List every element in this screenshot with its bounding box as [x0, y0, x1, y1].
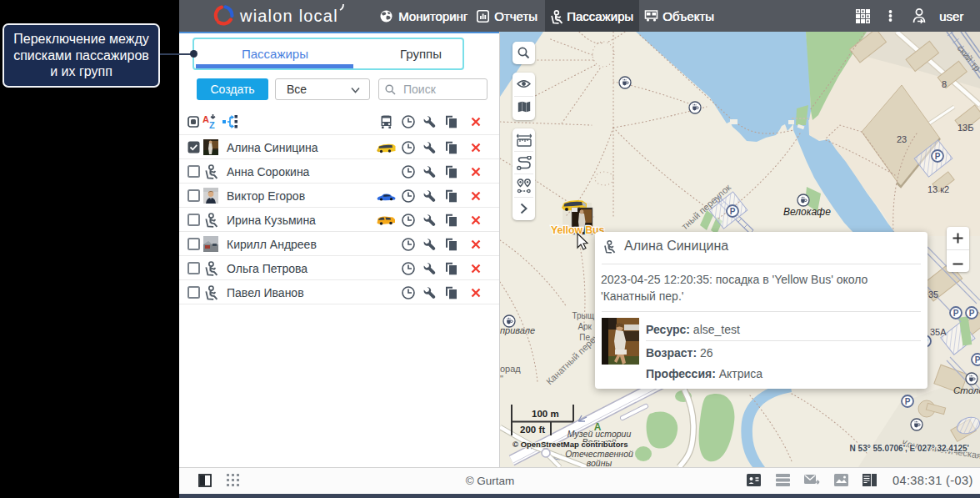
svg-text:привале: привале — [500, 325, 535, 335]
svg-text:13Б: 13Б — [958, 123, 973, 133]
svg-text:23: 23 — [897, 134, 907, 144]
svg-text:100 m: 100 m — [532, 409, 559, 419]
svg-text:N 53° 55.0706', E 027° 32.4125: N 53° 55.0706', E 027° 32.4125' — [850, 444, 969, 453]
svg-text:A: A — [594, 421, 602, 433]
svg-text:войны: войны — [587, 458, 612, 467]
svg-text:Трыщ: Трыщ — [572, 311, 594, 320]
svg-text:8: 8 — [942, 79, 947, 89]
svg-text:© OpenStreetMap contributors: © OpenStreetMap contributors — [512, 440, 628, 449]
svg-text:13 к2: 13 к2 — [928, 184, 949, 194]
svg-text:Велокафе: Велокафе — [783, 206, 831, 218]
svg-text:35: 35 — [928, 289, 938, 299]
svg-text:A: A — [202, 114, 209, 124]
svg-text:200 ft: 200 ft — [520, 425, 545, 435]
svg-text:35А: 35А — [930, 327, 947, 337]
svg-text:Z: Z — [209, 120, 215, 129]
svg-text:орад: орад — [500, 364, 521, 374]
svg-text:": " — [500, 374, 503, 384]
svg-text:Столо: Столо — [953, 385, 980, 395]
svg-text:Арк: Арк — [578, 322, 592, 331]
